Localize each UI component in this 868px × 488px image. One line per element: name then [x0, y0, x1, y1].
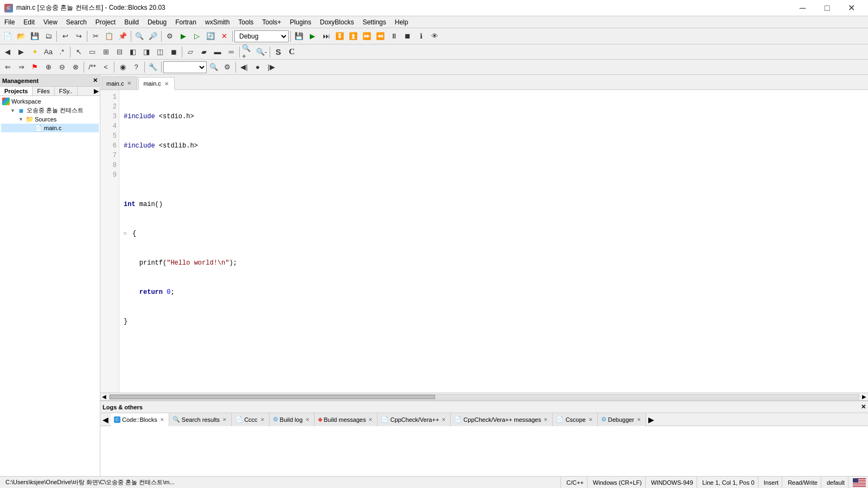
debug-next-button[interactable]: ⏭ [320, 30, 333, 43]
bottom-nav-left[interactable]: ◀ [100, 414, 111, 425]
redo-button[interactable]: ↪ [72, 30, 85, 43]
save-all-button[interactable]: 🗂 [42, 30, 55, 43]
editor-tab-0[interactable]: main.c ✕ [101, 76, 137, 89]
select-button[interactable]: ↖ [72, 46, 85, 59]
fold-fn[interactable]: ▬ [211, 46, 224, 59]
scroll-left-btn[interactable]: ◀ [100, 394, 108, 400]
editor-scrollbar[interactable]: ◀ ▶ [100, 393, 868, 400]
menu-debug[interactable]: Debug [143, 16, 171, 28]
bottom-tab-close-7[interactable]: ✕ [588, 416, 594, 423]
bottom-tab-cscope[interactable]: 📄 Cscope ✕ [553, 413, 597, 426]
minimize-button[interactable]: ─ [790, 0, 815, 16]
open-button[interactable]: 📂 [15, 30, 28, 43]
bookmark-clear[interactable]: ⊗ [69, 61, 82, 74]
debug-step-out[interactable]: ⏫ [347, 30, 360, 43]
replace-button[interactable]: 🔎 [146, 30, 159, 43]
bottom-tab-close-5[interactable]: ✕ [441, 416, 447, 423]
menu-tools[interactable]: Tools [234, 16, 258, 28]
bottom-tab-close-6[interactable]: ✕ [542, 416, 549, 423]
debug-watch[interactable]: 👁 [428, 30, 441, 43]
menu-toolsplus[interactable]: Tools+ [258, 16, 285, 28]
bottom-tab-search[interactable]: 🔍 Search results ✕ [169, 413, 232, 426]
editor-tab-1[interactable]: main.c ✕ [138, 77, 174, 90]
help-btn[interactable]: ? [130, 61, 143, 74]
uncomment[interactable]: < [99, 61, 112, 74]
cut-button[interactable]: ✂ [89, 30, 102, 43]
run-button[interactable]: ▶ [177, 30, 190, 43]
menu-project[interactable]: Project [91, 16, 120, 28]
scope-settings[interactable]: ⚙ [221, 61, 234, 74]
tab-close-1[interactable]: ✕ [163, 80, 170, 87]
regex-button[interactable]: .* [55, 46, 68, 59]
tab-projects[interactable]: Projects [0, 87, 33, 95]
bottom-tab-close-3[interactable]: ✕ [304, 416, 311, 423]
bottom-tab-close-4[interactable]: ✕ [367, 416, 374, 423]
zoom-out[interactable]: 🔍- [255, 46, 268, 59]
bookmark-flag[interactable]: ⚑ [28, 61, 41, 74]
bottom-tab-cppcheck[interactable]: 📄 CppCheck/Vera++ ✕ [378, 413, 451, 426]
menu-wxsmith[interactable]: wxSmith [201, 16, 234, 28]
scroll-right-btn[interactable]: ▶ [860, 394, 868, 400]
C-button[interactable]: C [285, 46, 298, 59]
menu-file[interactable]: File [0, 16, 19, 28]
bottom-tab-codeblocks[interactable]: C Code::Blocks ✕ [111, 413, 169, 426]
settings-button[interactable]: ⚙ [163, 30, 176, 43]
debug-pause[interactable]: ⏸ [387, 30, 400, 43]
bottom-nav-right[interactable]: ▶ [646, 414, 656, 425]
debug-step2[interactable]: ⏪ [374, 30, 387, 43]
debug-info[interactable]: ℹ [414, 30, 427, 43]
block-full[interactable]: ◼ [167, 46, 180, 59]
tab-fsy[interactable]: FSy.. [55, 87, 78, 95]
block-mid[interactable]: ◫ [154, 46, 167, 59]
block-left[interactable]: ◧ [126, 46, 139, 59]
code-complete2[interactable]: ⊟ [113, 46, 126, 59]
bottom-tab-close-0[interactable]: ✕ [159, 416, 165, 423]
undo-button[interactable]: ↩ [59, 30, 72, 43]
match-case-button[interactable]: Aa [42, 46, 55, 59]
close-button[interactable]: ✕ [839, 0, 864, 16]
code-content[interactable]: #include <stdio.h> #include <stdlib.h> i… [119, 90, 868, 393]
highlight-button[interactable]: ✦ [28, 46, 41, 59]
tab-close-0[interactable]: ✕ [126, 80, 132, 87]
new-file-button[interactable]: 📄 [1, 30, 14, 43]
bottom-tab-buildlog[interactable]: ⚙ Build log ✕ [270, 413, 315, 426]
scope-search[interactable]: 🔍 [207, 61, 220, 74]
debug-next2[interactable]: ⏩ [360, 30, 373, 43]
forward-button[interactable]: ▶ [15, 46, 28, 59]
debug-config-select[interactable]: Debug Release [234, 30, 289, 42]
tree-workspace[interactable]: Workspace [1, 97, 99, 106]
menu-settings[interactable]: Settings [358, 16, 390, 28]
unfold-all[interactable]: ▰ [197, 46, 210, 59]
bottom-tab-cppcheckmsg[interactable]: 📄 CppCheck/Vera++ messages ✕ [451, 413, 553, 426]
S-button[interactable]: S [272, 46, 285, 59]
h-scroll-track[interactable] [109, 394, 859, 400]
debug-run-button[interactable]: ▶ [306, 30, 319, 43]
tree-sources[interactable]: ▼ 📁 Sources [1, 115, 99, 124]
fold-all[interactable]: ▱ [184, 46, 197, 59]
next-bookmark[interactable]: ⇒ [15, 61, 28, 74]
jump-left[interactable]: ◀| [238, 61, 251, 74]
block-right[interactable]: ◨ [140, 46, 153, 59]
show-toggle[interactable]: ◉ [116, 61, 129, 74]
jump-right[interactable]: |▶ [265, 61, 278, 74]
wrench-btn[interactable]: 🔧 [146, 61, 159, 74]
bottom-tab-close-1[interactable]: ✕ [221, 416, 228, 423]
debug-step-button[interactable]: ⏬ [333, 30, 346, 43]
bottom-tab-buildmsg[interactable]: ◆ Build messages ✕ [315, 413, 378, 426]
menu-help[interactable]: Help [391, 16, 413, 28]
find-button[interactable]: 🔍 [133, 30, 146, 43]
prev-bookmark[interactable]: ⇐ [1, 61, 14, 74]
rect-select[interactable]: ▭ [86, 46, 99, 59]
code-complete[interactable]: ⊞ [99, 46, 112, 59]
tab-files[interactable]: Files [33, 87, 54, 95]
management-close-icon[interactable]: ✕ [93, 77, 98, 84]
rebuild-button[interactable]: 🔄 [204, 30, 217, 43]
dot-btn[interactable]: ● [251, 61, 264, 74]
scope-select[interactable] [163, 61, 207, 73]
tree-project[interactable]: ▼ ■ 오송중 혼놀 컨테스트 [1, 106, 99, 115]
menu-view[interactable]: View [39, 16, 62, 28]
bottom-tab-close-2[interactable]: ✕ [259, 416, 266, 423]
maximize-button[interactable]: □ [815, 0, 839, 16]
bottom-tab-close-8[interactable]: ✕ [636, 416, 642, 423]
comment-block[interactable]: /** [86, 61, 99, 74]
